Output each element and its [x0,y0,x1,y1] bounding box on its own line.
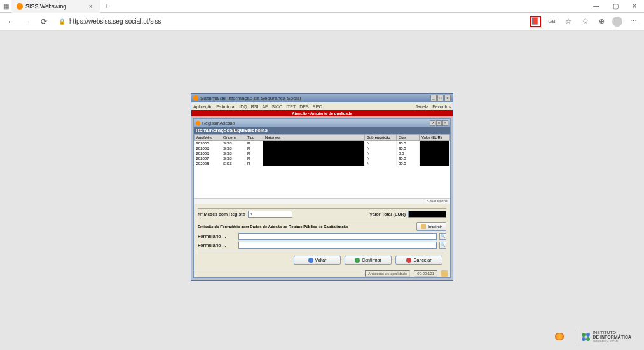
app-maximize-icon[interactable]: □ [437,95,444,101]
table-row[interactable]: 202005SISSRN30.0 [195,141,450,146]
formulario2-label: Formulário ... [198,243,236,248]
app-menubar: Aplicação Estrutural IDQ RSI AF SICC ITP… [191,102,453,110]
favorites-add-icon[interactable]: ☆ [563,16,574,27]
seguranca-social-logo [551,330,568,343]
col-origem[interactable]: Origem [221,135,245,141]
table-row[interactable]: 202006SISSRN30.0 [195,146,450,151]
menu-sicc[interactable]: SICC [271,104,282,109]
status-env: Ambiente de qualidade [365,270,410,277]
app-close-icon[interactable]: × [444,95,451,101]
app-window: Sistema de Informação da Segurança Socia… [191,93,453,281]
toolbar-badge[interactable]: GB [546,16,558,27]
sub-title: Registar Adesão [202,121,235,125]
profile-avatar-icon[interactable] [612,17,622,27]
menu-aplicacao[interactable]: Aplicação [193,104,212,109]
col-dias[interactable]: Dias [397,135,420,141]
check-icon [355,258,360,263]
browser-titlebar: ▦ SISS Webswing × + — ▢ × [0,0,644,13]
data-table: Ano/Mês Origem Tipo Natureza Sobreposiçã… [194,134,450,204]
tab-list-icon[interactable]: ▦ [0,3,11,10]
menu-janela[interactable]: Janela [416,104,429,109]
close-icon[interactable]: × [625,3,644,10]
reader-mode-icon[interactable]: 📕 [530,16,541,27]
browser-tab[interactable]: SISS Webswing × [11,0,100,13]
back-arrow-icon [308,258,313,263]
tab-title: SISS Webswing [25,3,66,10]
sub-detach-icon[interactable]: ↗ [430,120,435,126]
col-natureza[interactable]: Natureza [263,135,365,141]
lock-icon: 🔒 [58,18,65,25]
section-header: Remunerações/Equivalências [194,127,450,134]
menu-af[interactable]: AF [262,104,268,109]
favicon-icon [17,3,23,10]
col-valor[interactable]: Valor (EUR) [420,135,450,141]
meses-label: Nº Meses com Registo [198,212,245,216]
minimize-icon[interactable]: — [587,3,606,10]
refresh-button[interactable]: ⟳ [38,16,50,27]
maximize-icon[interactable]: ▢ [606,3,625,10]
table-row[interactable]: 202008SISSRN30.0 [195,161,450,166]
valor-total-value [408,211,446,218]
menu-rpc[interactable]: RPC [313,104,322,109]
app-title: Sistema de Informação da Segurança Socia… [200,95,301,101]
col-anomes[interactable]: Ano/Mês [195,135,221,141]
status-time: 00:00:121 [414,270,437,277]
confirmar-button[interactable]: Confirmar [345,256,392,265]
menu-idq[interactable]: IDQ [239,104,247,109]
table-row[interactable]: 202006SISSRN0.0 [195,151,450,156]
app-minimize-icon[interactable]: _ [430,95,437,101]
instituto-informatica-logo: INSTITUTO DE INFORMÁTICA SEGURANÇA SOCIA… [582,330,631,344]
new-tab-button[interactable]: + [100,2,113,11]
valor-total-label: Valor Total (EUR) [369,212,406,216]
app-titlebar[interactable]: Sistema de Informação da Segurança Socia… [191,94,453,102]
menu-rsi[interactable]: RSI [251,104,259,109]
voltar-button[interactable]: Voltar [294,256,341,265]
sub-titlebar[interactable]: Registar Adesão ↗ □ × [194,119,450,127]
printer-icon [421,224,426,229]
app-icon [193,95,198,101]
sub-window: Registar Adesão ↗ □ × Remunerações/Equiv… [193,118,451,278]
footer-logos: INSTITUTO DE INFORMÁTICA SEGURANÇA SOCIA… [551,330,631,344]
formulario2-input[interactable] [238,242,437,249]
forward-button: → [22,16,33,27]
table-row[interactable]: 202007SISSRN30.0 [195,156,450,161]
formulario1-label: Formulário ... [198,234,236,239]
col-sobre[interactable]: Sobreposição [365,135,397,141]
menu-itpt[interactable]: ITPT [286,104,296,109]
sub-icon [196,121,200,125]
menu-estrutural[interactable]: Estrutural [216,104,235,109]
attention-bar: Atenção - Ambiente de qualidade [191,110,453,116]
meses-input[interactable] [248,211,292,218]
back-button[interactable]: ← [5,16,17,27]
status-printer-icon[interactable] [441,270,448,277]
imprimir-button[interactable]: Imprimir [416,222,446,231]
cancelar-button[interactable]: Cancelar [395,256,442,265]
collections-icon[interactable]: ⊕ [596,16,607,27]
url-bar[interactable]: 🔒 https://websiss.seg-social.pt/siss [55,15,524,28]
window-controls: — ▢ × [587,3,644,10]
formulario1-search-icon[interactable]: 🔍 [439,233,446,240]
tab-close-icon[interactable]: × [86,3,95,10]
results-count: 5 resultados [194,198,450,204]
menu-favoritos[interactable]: Favoritos [432,104,451,109]
browser-toolbar: ← → ⟳ 🔒 https://websiss.seg-social.pt/si… [0,13,644,31]
status-bar: Ambiente de qualidade 00:00:121 [194,270,450,277]
favorites-icon[interactable]: ✩ [579,16,591,27]
table-header-row: Ano/Mês Origem Tipo Natureza Sobreposiçã… [195,135,450,141]
menu-des[interactable]: DES [299,104,308,109]
formulario2-search-icon[interactable]: 🔍 [439,242,446,249]
emissao-label: Emissão do Formulário com Dados de Adesã… [198,225,348,228]
more-icon[interactable]: ⋯ [627,16,639,27]
url-text: https://websiss.seg-social.pt/siss [69,18,161,25]
col-tipo[interactable]: Tipo [245,135,263,141]
sub-maximize-icon[interactable]: □ [436,120,442,126]
formulario1-input[interactable] [238,233,437,240]
x-icon [406,258,411,263]
sub-close-icon[interactable]: × [442,120,448,126]
